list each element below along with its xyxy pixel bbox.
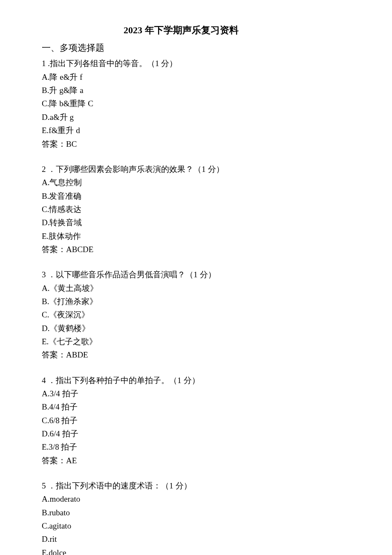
question-block: 3 ．以下哪些音乐作品适合男低音演唱？（1 分）A.《黄土高坡》B.《打渔杀家》… [42,268,350,361]
option: E.dolce [42,546,350,555]
question-text: 1 .指出下列各组音中的等音。（1 分） [42,57,350,70]
option: D.《黄鹤楼》 [42,322,350,335]
option: C.《夜深沉》 [42,308,350,321]
option: D.a&升 g [42,110,350,124]
option: D.rit [42,532,350,546]
answer: 答案：ABCDE [42,243,350,256]
option: B.rubato [42,506,350,519]
option: E.《七子之歌》 [42,335,350,348]
answer: 答案：AE [42,454,350,467]
question-text: 2 ．下列哪些因素会影响声乐表演的效果？（1 分） [42,163,350,176]
question-block: 2 ．下列哪些因素会影响声乐表演的效果？（1 分）A.气息控制B.发音准确C.情… [42,163,350,256]
option: E.f&重升 d [42,124,350,137]
option: C.情感表达 [42,203,350,216]
option: A.气息控制 [42,176,350,189]
answer: 答案：BC [42,137,350,151]
option: E.肢体动作 [42,230,350,243]
question-text: 3 ．以下哪些音乐作品适合男低音演唱？（1 分） [42,268,350,281]
question-text: 5 ．指出下列术语中的速度术语：（1 分） [42,479,350,492]
question-block: 4 ．指出下列各种拍子中的单拍子。（1 分）A.3/4 拍子B.4/4 拍子C.… [42,374,350,467]
option: A.《黄土高坡》 [42,282,350,295]
question-text: 4 ．指出下列各种拍子中的单拍子。（1 分） [42,374,350,387]
option: D.转换音域 [42,216,350,229]
option: B.4/4 拍子 [42,400,350,413]
option: C.6/8 拍子 [42,414,350,427]
option: B.发音准确 [42,189,350,203]
question-block: 1 .指出下列各组音中的等音。（1 分）A.降 e&升 fB.升 g&降 aC.… [42,57,350,150]
option: B.《打渔杀家》 [42,295,350,308]
option: A.降 e&升 f [42,70,350,84]
option: E.3/8 拍子 [42,440,350,453]
option: A.moderato [42,492,350,506]
answer: 答案：ABDE [42,348,350,361]
document-title: 2023 年下学期声乐复习资料 [124,24,260,37]
option: D.6/4 拍子 [42,427,350,440]
option: C.agitato [42,519,350,532]
option: B.升 g&降 a [42,84,350,97]
question-block: 5 ．指出下列术语中的速度术语：（1 分）A.moderatoB.rubatoC… [42,479,350,555]
option: C.降 b&重降 C [42,97,350,110]
questions-container: 1 .指出下列各组音中的等音。（1 分）A.降 e&升 fB.升 g&降 aC.… [42,57,350,555]
option: A.3/4 拍子 [42,387,350,400]
section-heading: 一、多项选择题 [42,41,350,55]
